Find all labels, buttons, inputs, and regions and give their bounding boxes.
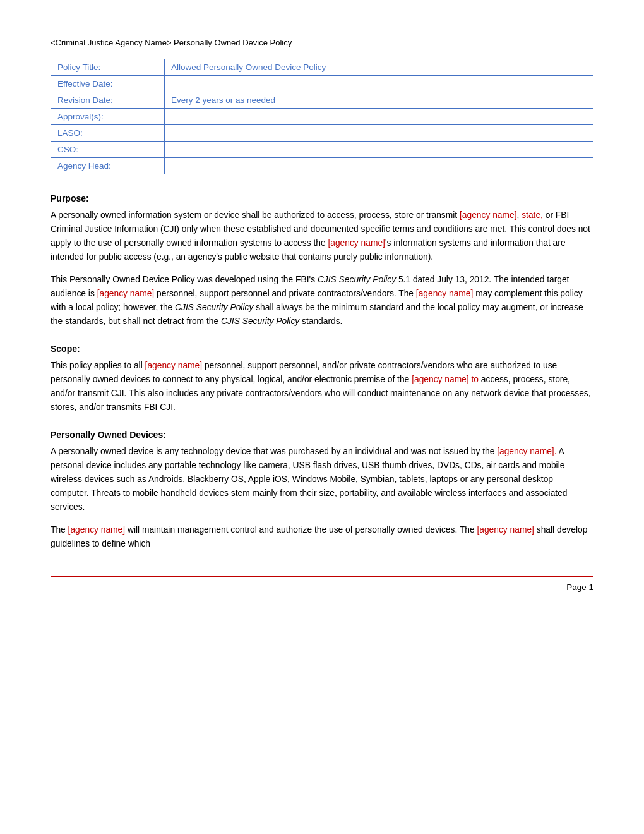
header-title: <Criminal Justice Agency Name> Personall… xyxy=(51,38,292,47)
table-row: Approval(s): xyxy=(51,109,593,125)
scope-section: Scope: This policy applies to all [agenc… xyxy=(51,342,593,414)
cjis-italic-2: CJIS Security Policy xyxy=(175,303,253,312)
table-label-laso: LASO: xyxy=(51,125,165,142)
table-row: Effective Date: xyxy=(51,76,593,92)
state-1: state, xyxy=(522,210,543,220)
agency-name-7: [agency name]. xyxy=(497,447,556,456)
table-value-approval xyxy=(165,109,593,125)
agency-name-9: [agency name] xyxy=(477,525,534,535)
footer-line xyxy=(51,576,593,577)
table-row: CSO: xyxy=(51,142,593,158)
table-value-agency-head xyxy=(165,158,593,174)
table-label-policy-title: Policy Title: xyxy=(51,59,165,76)
table-label-effective-date: Effective Date: xyxy=(51,76,165,92)
policy-table: Policy Title: Allowed Personally Owned D… xyxy=(51,59,593,174)
purpose-section: Purpose: A personally owned information … xyxy=(51,192,593,329)
personally-owned-body: A personally owned device is any technol… xyxy=(51,445,593,551)
table-row: LASO: xyxy=(51,125,593,142)
agency-name-3: [agency name] xyxy=(97,289,155,298)
purpose-body: A personally owned information system or… xyxy=(51,208,593,329)
table-label-agency-head: Agency Head: xyxy=(51,158,165,174)
agency-name-2: [agency name] xyxy=(328,238,385,248)
table-label-approval: Approval(s): xyxy=(51,109,165,125)
agency-name-5: [agency name] xyxy=(145,361,203,370)
personally-owned-para2: The [agency name] will maintain manageme… xyxy=(51,523,593,551)
table-label-revision-date: Revision Date: xyxy=(51,92,165,109)
table-value-laso xyxy=(165,125,593,142)
personally-owned-title: Personally Owned Devices: xyxy=(51,428,593,442)
cjis-italic-1: CJIS Security Policy xyxy=(318,275,396,284)
scope-title: Scope: xyxy=(51,342,593,356)
scope-para1: This policy applies to all [agency name]… xyxy=(51,359,593,414)
personally-owned-para1: A personally owned device is any technol… xyxy=(51,445,593,514)
table-row: Agency Head: xyxy=(51,158,593,174)
agency-name-4: [agency name] xyxy=(416,289,474,298)
to-red: to xyxy=(471,375,479,384)
purpose-para1: A personally owned information system or… xyxy=(51,208,593,264)
purpose-title: Purpose: xyxy=(51,192,593,206)
cjis-italic-3: CJIS Security Policy xyxy=(221,317,299,326)
purpose-para2: This Personally Owned Device Policy was … xyxy=(51,273,593,329)
scope-body: This policy applies to all [agency name]… xyxy=(51,359,593,414)
agency-name-6: [agency name] xyxy=(412,375,469,384)
table-label-cso: CSO: xyxy=(51,142,165,158)
table-row: Policy Title: Allowed Personally Owned D… xyxy=(51,59,593,76)
personally-owned-section: Personally Owned Devices: A personally o… xyxy=(51,428,593,551)
footer-page: Page 1 xyxy=(51,583,593,592)
table-value-effective-date xyxy=(165,76,593,92)
table-value-cso xyxy=(165,142,593,158)
agency-name-1: [agency name] xyxy=(460,210,517,220)
doc-header: <Criminal Justice Agency Name> Personall… xyxy=(51,38,593,47)
table-value-revision-date: Every 2 years or as needed xyxy=(165,92,593,109)
table-value-policy-title: Allowed Personally Owned Device Policy xyxy=(165,59,593,76)
agency-name-8: [agency name] xyxy=(68,525,126,535)
table-row: Revision Date: Every 2 years or as neede… xyxy=(51,92,593,109)
page-number: Page 1 xyxy=(566,583,593,592)
